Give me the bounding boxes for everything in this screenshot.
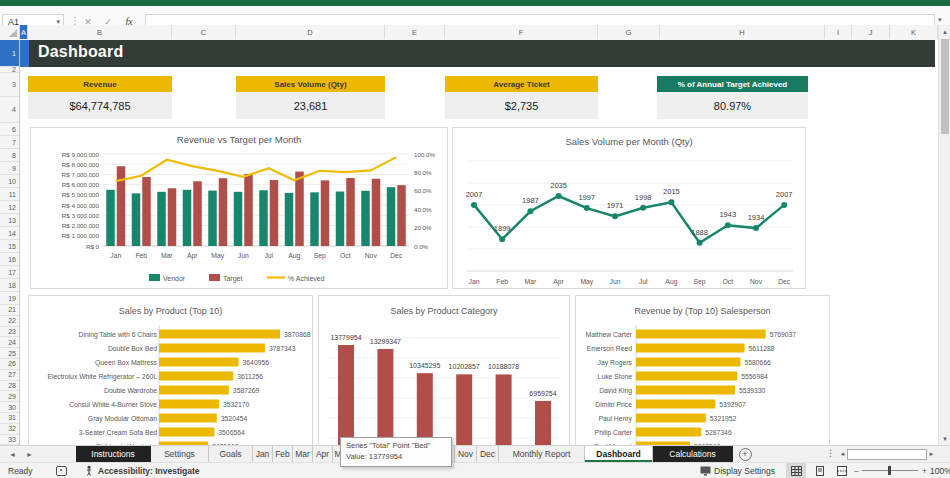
- chart-sales-volume-per-month[interactable]: Sales Volume per Month (Qty)2007Jan1899F…: [452, 127, 806, 289]
- row-header-30[interactable]: 30: [0, 402, 19, 413]
- row-header-24[interactable]: 24: [0, 337, 19, 348]
- sheet-tab-jan[interactable]: Jan: [253, 446, 273, 462]
- column-header-e[interactable]: E: [385, 25, 445, 39]
- row-header-19[interactable]: 19: [0, 292, 19, 305]
- chart-sales-by-product[interactable]: Sales by Product (Top 10)Dining Table wi…: [28, 295, 313, 445]
- row-header-27[interactable]: 27: [0, 370, 19, 381]
- row-header-21[interactable]: 21: [0, 305, 19, 316]
- sheet-tab-calculations[interactable]: Calculations: [653, 446, 733, 462]
- selected-cell-a1[interactable]: [20, 40, 29, 67]
- hscroll-left-icon[interactable]: ◄: [838, 451, 847, 457]
- zoom-out-button[interactable]: −: [854, 463, 859, 478]
- svg-text:R$ 7,000,000: R$ 7,000,000: [62, 171, 100, 178]
- column-header-d[interactable]: D: [236, 25, 385, 39]
- svg-text:Dec: Dec: [390, 252, 403, 259]
- svg-text:David King: David King: [599, 387, 632, 395]
- svg-text:Vendor: Vendor: [163, 275, 186, 282]
- macro-record-icon[interactable]: [56, 463, 67, 478]
- column-header-j[interactable]: J: [852, 25, 890, 39]
- hscroll-right-icon[interactable]: ►: [927, 451, 936, 457]
- row-header-13[interactable]: 13: [0, 214, 19, 227]
- column-header-i[interactable]: I: [825, 25, 852, 39]
- row-header-9[interactable]: 9: [0, 162, 19, 175]
- new-sheet-button[interactable]: +: [733, 446, 757, 462]
- row-header-31[interactable]: 31: [0, 413, 19, 424]
- column-header-f[interactable]: F: [445, 25, 598, 39]
- hscroll-track[interactable]: [847, 449, 927, 460]
- row-header-17[interactable]: 17: [0, 266, 19, 279]
- svg-text:1934: 1934: [748, 213, 765, 222]
- sheet-tab-dashboard[interactable]: Dashboard: [585, 446, 653, 462]
- svg-text:Jun: Jun: [610, 278, 621, 285]
- display-settings-icon[interactable]: [700, 463, 711, 478]
- row-header-10[interactable]: 10: [0, 175, 19, 188]
- row-header-23[interactable]: 23: [0, 327, 19, 338]
- column-header-g[interactable]: G: [598, 25, 660, 39]
- row-header-29[interactable]: 29: [0, 391, 19, 402]
- horizontal-scrollbar[interactable]: ◄ ►: [838, 448, 936, 460]
- sheet-tab-settings[interactable]: Settings: [151, 446, 209, 462]
- svg-text:Double Box Bed: Double Box Bed: [108, 345, 157, 352]
- svg-text:Mar: Mar: [161, 252, 173, 259]
- zoom-in-button[interactable]: +: [922, 463, 927, 478]
- row-header-6[interactable]: 6: [0, 123, 19, 136]
- row-header-25[interactable]: 25: [0, 348, 19, 359]
- plus-icon: +: [739, 448, 752, 461]
- row-header-26[interactable]: 26: [0, 359, 19, 370]
- svg-text:3520454: 3520454: [221, 415, 248, 422]
- sheet-tab-monthly-report[interactable]: Monthly Report: [499, 446, 585, 462]
- column-header-b[interactable]: B: [28, 25, 172, 39]
- column-header-a[interactable]: A: [20, 25, 28, 39]
- vertical-scrollbar[interactable]: ▲ ▼: [938, 25, 950, 445]
- svg-text:Oct: Oct: [723, 278, 734, 285]
- tab-scroll-left-icon[interactable]: ◄: [4, 446, 21, 462]
- column-header-h[interactable]: H: [660, 25, 825, 39]
- svg-text:R$ 5,000,000: R$ 5,000,000: [62, 191, 100, 198]
- zoom-level[interactable]: 100%: [930, 463, 950, 478]
- row-header-33[interactable]: 33: [0, 435, 19, 445]
- zoom-slider[interactable]: [862, 463, 918, 478]
- column-header-c[interactable]: C: [172, 25, 236, 39]
- row-header-18[interactable]: 18: [0, 279, 19, 292]
- sheet-tab-nov[interactable]: Nov: [455, 446, 477, 462]
- column-header-k[interactable]: K: [890, 25, 938, 39]
- sheet-tab-goals[interactable]: Goals: [209, 446, 253, 462]
- svg-text:Aug: Aug: [665, 278, 677, 286]
- formula-bar-expand-icon[interactable]: ▾: [938, 16, 942, 24]
- sheet-tab-apr[interactable]: Apr: [313, 446, 333, 462]
- chart-revenue-by-salesperson[interactable]: Revenue by (Top 10) SalespersonMatthew C…: [575, 295, 830, 445]
- display-settings-button[interactable]: Display Settings: [714, 463, 775, 478]
- row-header-28[interactable]: 28: [0, 381, 19, 392]
- row-header-3[interactable]: 3: [0, 73, 19, 97]
- scroll-up-icon[interactable]: ▲: [939, 25, 950, 38]
- scroll-down-icon[interactable]: ▼: [939, 432, 950, 445]
- sheet-tab-dec[interactable]: Dec: [477, 446, 499, 462]
- zoom-slider-thumb[interactable]: [888, 466, 891, 475]
- accessibility-icon[interactable]: [84, 463, 94, 478]
- sheet-tab-mar[interactable]: Mar: [293, 446, 313, 462]
- select-all-corner[interactable]: [0, 25, 20, 39]
- row-header-32[interactable]: 32: [0, 424, 19, 435]
- view-page-layout-icon[interactable]: [810, 463, 830, 478]
- row-header-15[interactable]: 15: [0, 240, 19, 253]
- vertical-scroll-thumb[interactable]: [941, 39, 949, 134]
- chart-sales-by-category[interactable]: Sales by Product Category137799541329934…: [318, 295, 570, 445]
- chart-revenue-vs-target[interactable]: Revenue vs Target per MonthR$ 0R$ 1,000,…: [30, 127, 448, 289]
- svg-text:1998: 1998: [635, 193, 652, 202]
- row-header-11[interactable]: 11: [0, 188, 19, 201]
- row-header-16[interactable]: 16: [0, 253, 19, 266]
- svg-text:Double Wardrobe: Double Wardrobe: [104, 387, 157, 394]
- sheet-tab-feb[interactable]: Feb: [273, 446, 293, 462]
- row-header-22[interactable]: 22: [0, 316, 19, 327]
- accessibility-status[interactable]: Accessibility: Investigate: [98, 463, 200, 478]
- row-header-4[interactable]: 4: [0, 97, 19, 123]
- row-header-12[interactable]: 12: [0, 201, 19, 214]
- row-header-14[interactable]: 14: [0, 227, 19, 240]
- tab-scroll-right-icon[interactable]: ►: [21, 446, 38, 462]
- row-header-7[interactable]: 7: [0, 136, 19, 149]
- row-header-8[interactable]: 8: [0, 149, 19, 162]
- sheet-tab-instructions[interactable]: Instructions: [76, 446, 151, 462]
- view-page-break-icon[interactable]: [832, 463, 852, 478]
- view-normal-icon[interactable]: [786, 463, 806, 478]
- row-header-1[interactable]: 1: [0, 40, 19, 67]
